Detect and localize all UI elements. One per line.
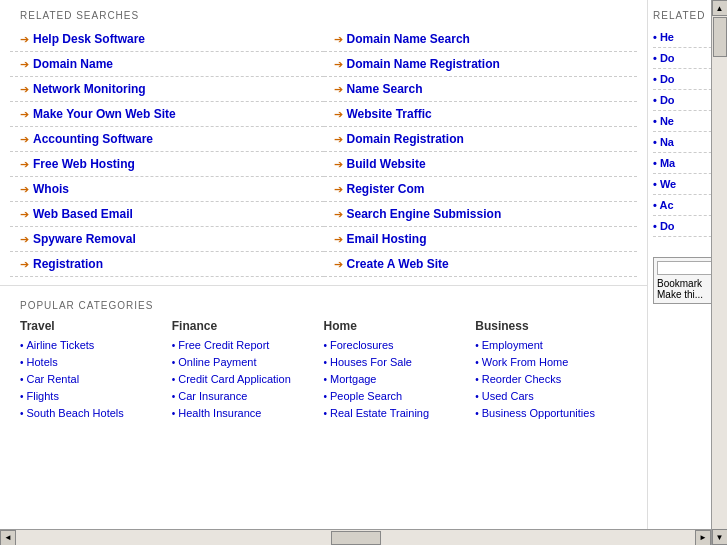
link-make-web-site[interactable]: Make Your Own Web Site (33, 107, 176, 121)
link-accounting-software[interactable]: Accounting Software (33, 132, 153, 146)
list-item: •Credit Card Application (172, 372, 324, 386)
category-home-title: Home (324, 319, 476, 333)
scroll-left-button[interactable]: ◄ (0, 530, 16, 546)
link-spyware-removal[interactable]: Spyware Removal (33, 232, 136, 246)
link-cell: ➔ Email Hosting (324, 227, 638, 252)
link-cell: ➔ Accounting Software (10, 127, 324, 152)
category-finance: Finance •Free Credit Report •Online Paym… (172, 319, 324, 423)
right-scrollbar: ▲ ▼ (711, 0, 727, 545)
category-travel-title: Travel (20, 319, 172, 333)
bookmark-text: Bookmark (657, 278, 718, 289)
arrow-icon: ➔ (20, 83, 29, 96)
bookmark-subtext: Make thi... (657, 289, 718, 300)
arrow-icon: ➔ (334, 233, 343, 246)
link-search-engine-submission[interactable]: Search Engine Submission (347, 207, 502, 221)
categories-grid: Travel •Airline Tickets •Hotels •Car Ren… (0, 319, 647, 423)
main-section: RELATED SEARCHES ➔ Help Desk Software ➔ … (0, 0, 647, 529)
scroll-up-button[interactable]: ▲ (712, 0, 728, 16)
link-hotels[interactable]: Hotels (27, 356, 58, 368)
list-item: •Flights (20, 389, 172, 403)
list-item: •Online Payment (172, 355, 324, 369)
list-item: •Free Credit Report (172, 338, 324, 352)
list-item: •Employment (475, 338, 627, 352)
scroll-down-button[interactable]: ▼ (712, 529, 728, 545)
link-register-com[interactable]: Register Com (347, 182, 425, 196)
link-health-insurance[interactable]: Health Insurance (178, 407, 261, 419)
link-name-search[interactable]: Name Search (347, 82, 423, 96)
link-cell: ➔ Domain Name Search (324, 27, 638, 52)
bottom-scrollbar-thumb[interactable] (331, 531, 381, 545)
link-cell: ➔ Spyware Removal (10, 227, 324, 252)
link-online-payment[interactable]: Online Payment (178, 356, 256, 368)
bottom-scrollbar: ◄ ► (0, 529, 711, 545)
link-domain-name-registration[interactable]: Domain Name Registration (347, 57, 500, 71)
link-cell: ➔ Domain Registration (324, 127, 638, 152)
link-cell: ➔ Help Desk Software (10, 27, 324, 52)
arrow-icon: ➔ (20, 183, 29, 196)
link-car-insurance[interactable]: Car Insurance (178, 390, 247, 402)
link-cell: ➔ Domain Name Registration (324, 52, 638, 77)
arrow-icon: ➔ (334, 258, 343, 271)
list-item: •Airline Tickets (20, 338, 172, 352)
link-work-from-home[interactable]: Work From Home (482, 356, 569, 368)
main-container: RELATED SEARCHES ➔ Help Desk Software ➔ … (0, 0, 727, 545)
list-item: •Health Insurance (172, 406, 324, 420)
popular-categories-header: POPULAR CATEGORIES (0, 285, 647, 319)
link-cell: ➔ Network Monitoring (10, 77, 324, 102)
link-people-search[interactable]: People Search (330, 390, 402, 402)
link-mortgage[interactable]: Mortgage (330, 373, 376, 385)
arrow-icon: ➔ (20, 133, 29, 146)
scroll-right-button[interactable]: ► (695, 530, 711, 546)
arrow-icon: ➔ (334, 183, 343, 196)
link-network-monitoring[interactable]: Network Monitoring (33, 82, 146, 96)
bookmark-input[interactable] (657, 261, 718, 275)
link-foreclosures[interactable]: Foreclosures (330, 339, 394, 351)
arrow-icon: ➔ (334, 58, 343, 71)
scrollbar-thumb[interactable] (713, 17, 727, 57)
link-reorder-checks[interactable]: Reorder Checks (482, 373, 561, 385)
link-flights[interactable]: Flights (27, 390, 59, 402)
link-domain-name[interactable]: Domain Name (33, 57, 113, 71)
link-south-beach-hotels[interactable]: South Beach Hotels (27, 407, 124, 419)
link-create-web-site[interactable]: Create A Web Site (347, 257, 449, 271)
link-registration[interactable]: Registration (33, 257, 103, 271)
link-free-credit-report[interactable]: Free Credit Report (178, 339, 269, 351)
arrow-icon: ➔ (20, 58, 29, 71)
link-houses-for-sale[interactable]: Houses For Sale (330, 356, 412, 368)
link-email-hosting[interactable]: Email Hosting (347, 232, 427, 246)
arrow-icon: ➔ (334, 208, 343, 221)
link-cell: ➔ Name Search (324, 77, 638, 102)
list-item: •Mortgage (324, 372, 476, 386)
arrow-icon: ➔ (20, 158, 29, 171)
content-area: RELATED SEARCHES ➔ Help Desk Software ➔ … (0, 0, 727, 545)
link-web-based-email[interactable]: Web Based Email (33, 207, 133, 221)
link-free-web-hosting[interactable]: Free Web Hosting (33, 157, 135, 171)
arrow-icon: ➔ (20, 208, 29, 221)
list-item: •South Beach Hotels (20, 406, 172, 420)
link-domain-registration[interactable]: Domain Registration (347, 132, 464, 146)
link-used-cars[interactable]: Used Cars (482, 390, 534, 402)
list-item: •Used Cars (475, 389, 627, 403)
link-credit-card-application[interactable]: Credit Card Application (178, 373, 291, 385)
links-grid: ➔ Help Desk Software ➔ Domain Name Searc… (0, 27, 647, 277)
link-build-website[interactable]: Build Website (347, 157, 426, 171)
arrow-icon: ➔ (334, 33, 343, 46)
link-help-desk-software[interactable]: Help Desk Software (33, 32, 145, 46)
link-website-traffic[interactable]: Website Traffic (347, 107, 432, 121)
link-domain-name-search[interactable]: Domain Name Search (347, 32, 470, 46)
link-cell: ➔ Registration (10, 252, 324, 277)
link-employment[interactable]: Employment (482, 339, 543, 351)
link-cell: ➔ Web Based Email (10, 202, 324, 227)
link-cell: ➔ Build Website (324, 152, 638, 177)
link-airline-tickets[interactable]: Airline Tickets (27, 339, 95, 351)
link-whois[interactable]: Whois (33, 182, 69, 196)
category-home: Home •Foreclosures •Houses For Sale •Mor… (324, 319, 476, 423)
arrow-icon: ➔ (334, 158, 343, 171)
link-real-estate-training[interactable]: Real Estate Training (330, 407, 429, 419)
link-business-opportunities[interactable]: Business Opportunities (482, 407, 595, 419)
link-cell: ➔ Website Traffic (324, 102, 638, 127)
category-finance-title: Finance (172, 319, 324, 333)
link-cell: ➔ Whois (10, 177, 324, 202)
link-car-rental[interactable]: Car Rental (27, 373, 80, 385)
category-business-title: Business (475, 319, 627, 333)
